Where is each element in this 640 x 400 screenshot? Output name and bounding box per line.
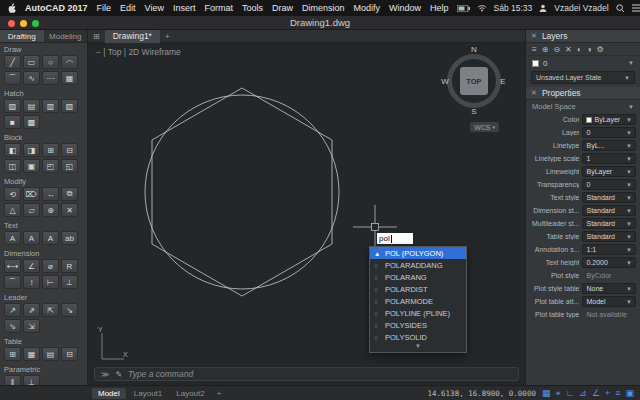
notification-center-icon[interactable] xyxy=(632,4,640,12)
property-value[interactable]: Standard▼ xyxy=(582,205,636,216)
block-tool-icon[interactable]: ▣ xyxy=(23,159,40,173)
viewcube-south[interactable]: S xyxy=(469,107,479,116)
draw-tool-icon[interactable]: ╱ xyxy=(4,55,21,69)
autocomplete-item-polysides[interactable]: ○POLYSIDES xyxy=(370,319,466,331)
wcs-selector[interactable]: WCS▾ xyxy=(470,122,499,132)
menu-item-autocad-2017[interactable]: AutoCAD 2017 xyxy=(25,3,88,13)
model-space-canvas[interactable]: ⊞ Drawing1* + − | Top | 2D Wireframe N W… xyxy=(88,30,525,385)
property-value[interactable]: 0▼ xyxy=(582,127,636,138)
autocomplete-item-polarmode[interactable]: ○POLARMODE xyxy=(370,295,466,307)
layer-tool-icon-2[interactable]: ⊖ xyxy=(553,45,560,54)
autocomplete-item-polyline-pline[interactable]: ○POLYLINE (PLINE) xyxy=(370,307,466,319)
status-toggle-icon-0[interactable]: ▦ xyxy=(542,388,551,399)
modify-tool-icon[interactable]: ▱ xyxy=(23,203,40,217)
dynamic-command-input[interactable]: pol xyxy=(377,233,413,244)
autocomplete-item-polarang[interactable]: ○POLARANG xyxy=(370,271,466,283)
menu-item-view[interactable]: View xyxy=(145,3,164,13)
block-tool-icon[interactable]: ◨ xyxy=(23,143,40,157)
property-value[interactable]: Standard▼ xyxy=(582,218,636,229)
leader-tool-icon[interactable]: ⇘ xyxy=(4,319,21,333)
property-value[interactable]: 0.2000▼ xyxy=(582,257,636,268)
modify-tool-icon[interactable]: ↔ xyxy=(42,187,59,201)
table-tool-icon[interactable]: ▦ xyxy=(23,347,40,361)
properties-space-selector[interactable]: Model Space ▼ xyxy=(526,100,640,113)
hatch-tool-icon[interactable]: ▤ xyxy=(23,99,40,113)
property-value[interactable]: ByLayer▼ xyxy=(582,114,636,125)
leader-tool-icon[interactable]: ⇗ xyxy=(23,303,40,317)
leader-tool-icon[interactable]: ↘ xyxy=(61,303,78,317)
leader-tool-icon[interactable]: ⇲ xyxy=(23,319,40,333)
property-value[interactable]: 1▼ xyxy=(582,153,636,164)
modify-tool-icon[interactable]: ⟲ xyxy=(4,187,21,201)
search-icon[interactable] xyxy=(616,4,625,13)
draw-tool-icon[interactable]: ∿ xyxy=(23,71,40,85)
layout-tab-layout2[interactable]: Layout2 xyxy=(170,388,210,399)
hatch-tool-icon[interactable]: ▨ xyxy=(4,99,21,113)
hatch-tool-icon[interactable]: ■ xyxy=(4,115,21,129)
dimension-tool-icon[interactable]: ↕ xyxy=(23,275,40,289)
draw-tool-icon[interactable]: ▦ xyxy=(61,71,78,85)
autocomplete-item-polaraddang[interactable]: ○POLARADDANG xyxy=(370,259,466,271)
layer-tool-icon-0[interactable]: ≡ xyxy=(532,45,537,54)
block-tool-icon[interactable]: ◱ xyxy=(61,159,78,173)
text-tool-icon[interactable]: A xyxy=(4,231,21,245)
draw-tool-icon[interactable]: ⋯ xyxy=(42,71,59,85)
autocomplete-item-polardist[interactable]: ○POLARDIST xyxy=(370,283,466,295)
status-toggle-icon-4[interactable]: ∠ xyxy=(592,388,600,399)
status-toggle-icon-3[interactable]: ⊿ xyxy=(579,388,587,399)
menu-user-name[interactable]: Vzadei Vzadel xyxy=(554,3,608,13)
current-layer-selector[interactable]: 0 ▼ xyxy=(526,56,640,70)
text-tool-icon[interactable]: ab xyxy=(61,231,78,245)
property-value[interactable]: Model▼ xyxy=(582,296,636,307)
tab-drafting[interactable]: Drafting xyxy=(0,30,44,43)
draw-tool-icon[interactable]: ◠ xyxy=(61,55,78,69)
autocomplete-item-polysolid[interactable]: ○POLYSOLID xyxy=(370,331,466,343)
dimension-tool-icon[interactable]: ⌀ xyxy=(42,259,59,273)
viewcube[interactable]: N W E S TOP xyxy=(439,46,509,116)
viewcube-north[interactable]: N xyxy=(469,45,479,54)
autocomplete-item-pol-polygon[interactable]: ▲POL (POLYGON) xyxy=(370,247,466,259)
close-icon[interactable]: ✕ xyxy=(531,89,537,97)
property-value[interactable]: 0▼ xyxy=(582,179,636,190)
menu-item-draw[interactable]: Draw xyxy=(272,3,293,13)
table-tool-icon[interactable]: ⊞ xyxy=(4,347,21,361)
block-tool-icon[interactable]: ⊞ xyxy=(42,143,59,157)
draw-tool-icon[interactable]: ○ xyxy=(42,55,59,69)
leader-tool-icon[interactable]: ↗ xyxy=(4,303,21,317)
block-tool-icon[interactable]: ⊟ xyxy=(61,143,78,157)
menu-item-modify[interactable]: Modify xyxy=(354,3,381,13)
dimension-tool-icon[interactable]: ⊢ xyxy=(42,275,59,289)
viewcube-east[interactable]: E xyxy=(498,77,508,86)
text-tool-icon[interactable]: A xyxy=(23,231,40,245)
status-toggle-icon-1[interactable]: ⌖ xyxy=(555,388,560,399)
modify-tool-icon[interactable]: ✕ xyxy=(61,203,78,217)
block-tool-icon[interactable]: ◰ xyxy=(42,159,59,173)
property-value[interactable]: Standard▼ xyxy=(582,231,636,242)
layer-tool-icon-1[interactable]: ⊕ xyxy=(542,45,549,54)
menu-item-window[interactable]: Window xyxy=(389,3,421,13)
customize-icon[interactable]: ✎ xyxy=(115,370,122,379)
hatch-tool-icon[interactable]: ▩ xyxy=(23,115,40,129)
viewcube-west[interactable]: W xyxy=(440,77,450,86)
menu-item-help[interactable]: Help xyxy=(430,3,449,13)
layout-tab-model[interactable]: Model xyxy=(92,388,126,399)
layout-tab-layout1[interactable]: Layout1 xyxy=(128,388,168,399)
menu-item-insert[interactable]: Insert xyxy=(173,3,196,13)
layer-tool-icon-4[interactable]: ◐ xyxy=(577,45,582,54)
property-value[interactable]: None▼ xyxy=(582,283,636,294)
property-value[interactable]: ByLayer▼ xyxy=(582,166,636,177)
layer-state-dropdown[interactable]: Unsaved Layer State ▼ xyxy=(531,71,635,84)
status-toggle-icon-5[interactable]: + xyxy=(605,388,610,399)
menu-item-tools[interactable]: Tools xyxy=(242,3,263,13)
menu-item-file[interactable]: File xyxy=(97,3,112,13)
modify-tool-icon[interactable]: ⌦ xyxy=(23,187,40,201)
tab-modeling[interactable]: Modeling xyxy=(44,30,88,43)
layer-tool-icon-6[interactable]: ⚙ xyxy=(596,45,603,54)
property-value[interactable]: Standard▼ xyxy=(582,192,636,203)
hatch-tool-icon[interactable]: ▥ xyxy=(42,99,59,113)
layer-tool-icon-5[interactable]: ◑ xyxy=(587,45,592,54)
viewcube-top-face[interactable]: TOP xyxy=(460,67,488,95)
dimension-tool-icon[interactable]: ∠ xyxy=(23,259,40,273)
table-tool-icon[interactable]: ⊟ xyxy=(61,347,78,361)
status-toggle-icon-2[interactable]: ∟ xyxy=(566,388,575,399)
